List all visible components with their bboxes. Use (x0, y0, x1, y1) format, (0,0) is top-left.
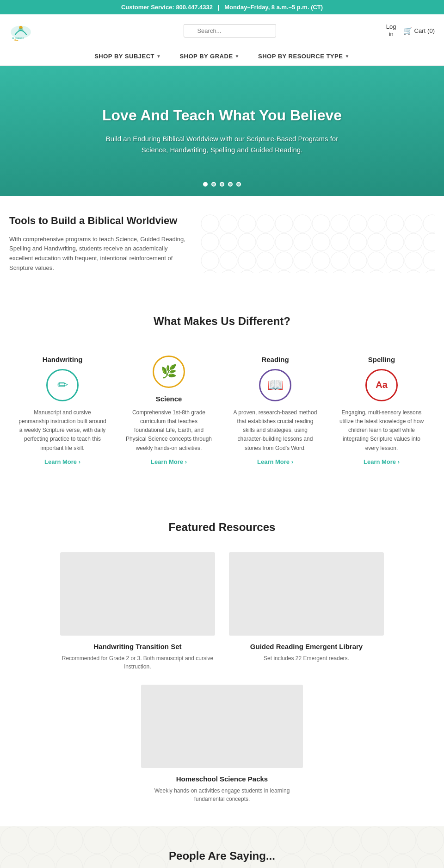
dot-2[interactable] (211, 182, 216, 187)
dot-3[interactable] (220, 182, 224, 187)
product-desc-1: Recommended for Grade 2 or 3. Both manus… (60, 654, 215, 671)
nav-shop-by-subject[interactable]: SHOP BY SUBJECT ▼ (94, 53, 161, 65)
handwriting-learn-more[interactable]: Learn More › (44, 458, 80, 465)
logo-area: A Reason For (9, 19, 74, 42)
featured-section: Featured Resources Handwriting Transitio… (0, 498, 444, 826)
reading-label: Reading (261, 356, 289, 363)
customer-service-label: Customer Service: (121, 4, 174, 11)
cart-icon: 🛒 (403, 26, 413, 35)
tools-text: Tools to Build a Biblical Worldview With… (9, 214, 201, 273)
tools-description: With comprehensive programs to teach Sci… (9, 235, 191, 273)
product-image-3 (141, 685, 303, 768)
handwriting-icon: ✏ (46, 369, 79, 401)
feature-science: 🌿 Science Comprehensive 1st-8th grade cu… (120, 346, 217, 475)
science-icon: 🌿 (153, 356, 185, 388)
hero-title: Love And Teach What You Believe (97, 106, 347, 124)
chevron-down-icon: ▼ (156, 54, 161, 59)
separator: | (218, 4, 220, 11)
product-card-1: Handwriting Transition Set Recommended f… (60, 552, 215, 671)
spelling-learn-more[interactable]: Learn More › (364, 458, 400, 465)
product-title-2: Guided Reading Emergent Library (250, 643, 363, 650)
saying-title: People Are Saying... (9, 849, 435, 862)
hero-subtitle: Build an Enduring Biblical Worldview wit… (97, 133, 347, 156)
tools-title: Tools to Build a Biblical Worldview (9, 214, 191, 228)
handwriting-label: Handwriting (43, 356, 83, 363)
phone-number: 800.447.4332 (176, 4, 213, 11)
product-card-3: Homeschool Science Packs Weekly hands-on… (141, 685, 303, 803)
chevron-down-icon: ▼ (345, 54, 349, 59)
spelling-icon: Aa (365, 369, 398, 401)
features-grid: Handwriting ✏ Manuscript and cursive pen… (14, 346, 430, 475)
search-input[interactable] (184, 24, 276, 37)
dot-5[interactable] (236, 182, 241, 187)
hours: Monday–Friday, 8 a.m.–5 p.m. (CT) (224, 4, 323, 11)
spelling-desc: Engaging, multi-sensory lessons utilize … (338, 408, 426, 453)
top-bar: Customer Service: 800.447.4332 | Monday–… (0, 0, 444, 14)
feature-handwriting: Handwriting ✏ Manuscript and cursive pen… (14, 346, 111, 475)
cart-button[interactable]: 🛒 Cart (0) (403, 26, 435, 35)
reading-learn-more[interactable]: Learn More › (257, 458, 293, 465)
product-title-1: Handwriting Transition Set (93, 643, 181, 650)
featured-grid: Handwriting Transition Set Recommended f… (60, 552, 384, 671)
search-area: 🔍 (74, 24, 386, 37)
science-desc: Comprehensive 1st-8th grade curriculum t… (125, 408, 213, 453)
main-nav: SHOP BY SUBJECT ▼ SHOP BY GRADE ▼ SHOP B… (0, 47, 444, 66)
product-title-3: Homeschool Science Packs (176, 775, 268, 783)
science-label: Science (156, 395, 182, 403)
product-desc-2: Set includes 22 Emergent readers. (264, 654, 349, 662)
dot-1[interactable] (203, 182, 208, 187)
different-section: What Makes Us Different? Handwriting ✏ M… (0, 292, 444, 498)
tools-section: Tools to Build a Biblical Worldview With… (0, 196, 444, 292)
svg-text:For: For (14, 39, 19, 42)
nav-shop-by-grade[interactable]: SHOP BY GRADE ▼ (179, 53, 240, 65)
different-title: What Makes Us Different? (9, 315, 435, 328)
header-right: Log in 🛒 Cart (0) (386, 23, 435, 37)
product-image-2 (229, 552, 384, 636)
reading-icon: 📖 (259, 369, 291, 401)
feature-spelling: Spelling Aa Engaging, multi-sensory less… (333, 346, 430, 475)
chevron-down-icon: ▼ (235, 54, 240, 59)
feature-reading: Reading 📖 A proven, research-based metho… (227, 346, 324, 475)
saying-section: People Are Saying... (0, 826, 444, 868)
tools-pattern (201, 214, 435, 273)
hero-content: Love And Teach What You Believe Build an… (60, 88, 384, 174)
logo-icon: A Reason For (9, 19, 32, 42)
dot-4[interactable] (228, 182, 233, 187)
header: A Reason For 🔍 Log in 🛒 Cart (0) (0, 14, 444, 47)
nav-shop-by-resource-type[interactable]: SHOP BY RESOURCE TYPE ▼ (258, 53, 350, 65)
hero-dots (203, 182, 241, 187)
product-image-1 (60, 552, 215, 636)
featured-title: Featured Resources (9, 521, 435, 534)
product-card-2: Guided Reading Emergent Library Set incl… (229, 552, 384, 671)
spelling-label: Spelling (368, 356, 395, 363)
handwriting-desc: Manuscript and cursive penmanship instru… (18, 408, 106, 453)
product-desc-3: Weekly hands-on activities engage studen… (141, 787, 303, 803)
hero-banner: Love And Teach What You Believe Build an… (0, 66, 444, 196)
login-link[interactable]: Log in (386, 23, 396, 37)
reading-desc: A proven, research-based method that est… (231, 408, 319, 453)
science-learn-more[interactable]: Learn More › (151, 458, 187, 465)
